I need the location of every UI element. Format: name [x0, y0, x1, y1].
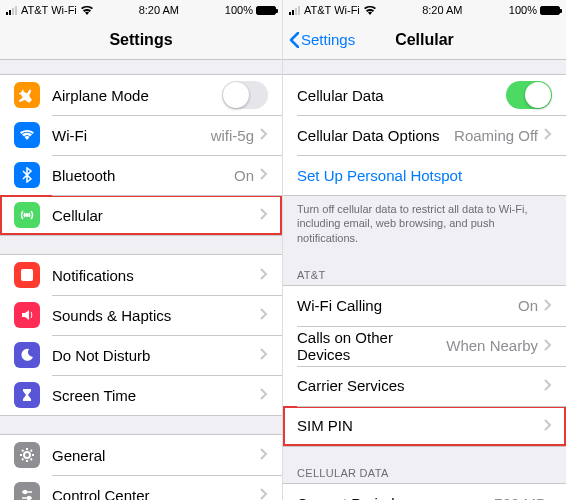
battery-icon: [540, 6, 560, 15]
row-sim-pin[interactable]: SIM PIN: [283, 406, 566, 446]
bluetooth-icon: [14, 162, 40, 188]
battery-label: 100%: [509, 4, 537, 16]
chevron-icon: [544, 377, 552, 395]
moon-icon: [14, 342, 40, 368]
chevron-icon: [260, 166, 268, 184]
group-header-att: AT&T: [283, 257, 566, 285]
row-value: On: [234, 167, 254, 184]
svg-point-0: [26, 214, 28, 216]
row-cellular-data[interactable]: Cellular Data: [283, 75, 566, 115]
group-footer: Turn off cellular data to restrict all d…: [283, 196, 566, 249]
chevron-icon: [260, 306, 268, 324]
row-label: Cellular: [52, 207, 260, 224]
battery-label: 100%: [225, 4, 253, 16]
carrier-label: AT&T Wi-Fi: [21, 4, 77, 16]
row-value: 722 MB: [494, 495, 546, 500]
signal-icon: [289, 6, 300, 15]
chevron-icon: [260, 126, 268, 144]
page-title: Settings: [109, 31, 172, 49]
page-title: Cellular: [395, 31, 454, 49]
svg-point-4: [28, 497, 31, 500]
chevron-icon: [260, 206, 268, 224]
chevron-icon: [260, 266, 268, 284]
row-current-period[interactable]: Current Period 722 MB: [283, 484, 566, 500]
row-value: When Nearby: [446, 337, 538, 354]
row-label: SIM PIN: [297, 417, 544, 434]
row-label: Carrier Services: [297, 377, 544, 394]
row-label: Notifications: [52, 267, 260, 284]
row-label: Wi-Fi: [52, 127, 211, 144]
row-value: wifi-5g: [211, 127, 254, 144]
controlcenter-icon: [14, 482, 40, 500]
row-label: Calls on Other Devices: [297, 329, 446, 363]
chevron-icon: [544, 297, 552, 315]
row-label: Cellular Data Options: [297, 127, 454, 144]
content-scroll[interactable]: Airplane Mode Wi-Fi wifi-5g Bluetooth On: [0, 60, 282, 500]
battery-icon: [256, 6, 276, 15]
row-sounds[interactable]: Sounds & Haptics: [0, 295, 282, 335]
row-label: Wi-Fi Calling: [297, 297, 518, 314]
wifi-icon: [14, 122, 40, 148]
row-label: Bluetooth: [52, 167, 234, 184]
chevron-icon: [544, 337, 552, 355]
chevron-icon: [260, 386, 268, 404]
row-airplane-mode[interactable]: Airplane Mode: [0, 75, 282, 115]
time-label: 8:20 AM: [422, 4, 462, 16]
chevron-icon: [260, 486, 268, 500]
time-label: 8:20 AM: [139, 4, 179, 16]
settings-screen: AT&T Wi-Fi 8:20 AM 100% Settings Airplan…: [0, 0, 283, 500]
row-value: On: [518, 297, 538, 314]
cellular-screen: AT&T Wi-Fi 8:20 AM 100% Settings Cellula…: [283, 0, 566, 500]
row-bluetooth[interactable]: Bluetooth On: [0, 155, 282, 195]
signal-icon: [6, 6, 17, 15]
status-bar: AT&T Wi-Fi 8:20 AM 100%: [283, 0, 566, 20]
row-label: Current Period: [297, 495, 494, 500]
row-screentime[interactable]: Screen Time: [0, 375, 282, 415]
nav-bar: Settings: [0, 20, 282, 60]
airplane-toggle[interactable]: [222, 81, 268, 109]
chevron-icon: [544, 126, 552, 144]
gear-icon: [14, 442, 40, 468]
row-notifications[interactable]: Notifications: [0, 255, 282, 295]
row-control-center[interactable]: Control Center: [0, 475, 282, 500]
wifi-icon: [81, 6, 93, 15]
chevron-icon: [260, 346, 268, 364]
row-wifi[interactable]: Wi-Fi wifi-5g: [0, 115, 282, 155]
row-label: Screen Time: [52, 387, 260, 404]
row-label: Cellular Data: [297, 87, 506, 104]
row-value: Roaming Off: [454, 127, 538, 144]
row-label: General: [52, 447, 260, 464]
row-calls-other-devices[interactable]: Calls on Other Devices When Nearby: [283, 326, 566, 366]
row-personal-hotspot[interactable]: Set Up Personal Hotspot: [283, 155, 566, 195]
row-dnd[interactable]: Do Not Disturb: [0, 335, 282, 375]
chevron-icon: [544, 417, 552, 435]
cellular-icon: [14, 202, 40, 228]
row-general[interactable]: General: [0, 435, 282, 475]
content-scroll[interactable]: Cellular Data Cellular Data Options Roam…: [283, 60, 566, 500]
row-label: Sounds & Haptics: [52, 307, 260, 324]
nav-bar: Settings Cellular: [283, 20, 566, 60]
row-cellular[interactable]: Cellular: [0, 195, 282, 235]
svg-point-2: [24, 452, 30, 458]
status-bar: AT&T Wi-Fi 8:20 AM 100%: [0, 0, 282, 20]
row-wifi-calling[interactable]: Wi-Fi Calling On: [283, 286, 566, 326]
row-label: Do Not Disturb: [52, 347, 260, 364]
back-button[interactable]: Settings: [289, 31, 355, 48]
svg-rect-1: [21, 269, 33, 281]
hourglass-icon: [14, 382, 40, 408]
group-header-celldata: CELLULAR DATA: [283, 455, 566, 483]
carrier-label: AT&T Wi-Fi: [304, 4, 360, 16]
wifi-icon: [364, 6, 376, 15]
row-label: Airplane Mode: [52, 87, 222, 104]
chevron-icon: [260, 446, 268, 464]
back-label: Settings: [301, 31, 355, 48]
notifications-icon: [14, 262, 40, 288]
row-carrier-services[interactable]: Carrier Services: [283, 366, 566, 406]
row-label: Control Center: [52, 487, 260, 501]
chevron-left-icon: [289, 32, 299, 48]
row-data-options[interactable]: Cellular Data Options Roaming Off: [283, 115, 566, 155]
svg-point-3: [24, 491, 27, 494]
cellular-data-toggle[interactable]: [506, 81, 552, 109]
sounds-icon: [14, 302, 40, 328]
row-label: Set Up Personal Hotspot: [297, 167, 552, 184]
